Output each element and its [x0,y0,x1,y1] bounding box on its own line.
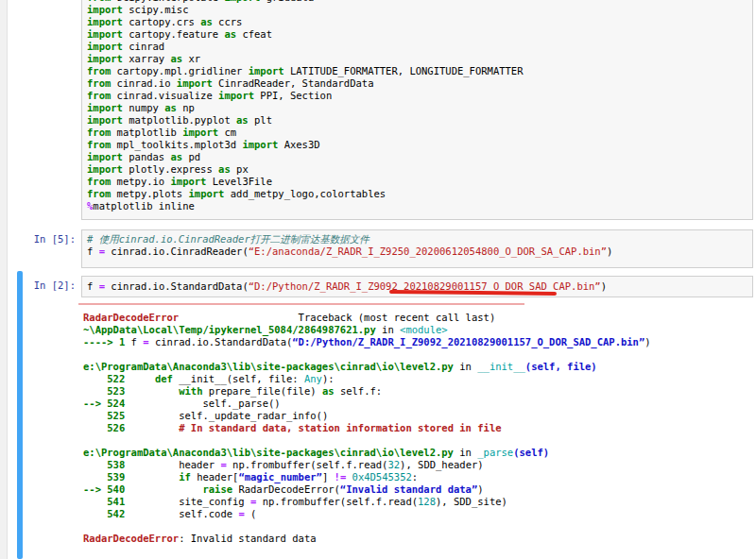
pink-line-annotation [78,303,524,305]
input-prompt-2: In [2]: [0,280,76,291]
code-lines-in5: # 使用cinrad.io.CinradReader打开二进制雷达基数据文件f … [87,233,747,258]
code-cell-imports[interactable]: from scipy.interpolate import griddataim… [81,0,753,220]
code-lines-imports: from scipy.interpolate import griddataim… [87,0,747,212]
selected-cell-indicator [17,271,23,559]
code-cell-in5[interactable]: # 使用cinrad.io.CinradReader打开二进制雷达基数据文件f … [81,229,753,268]
error-traceback-output: RadarDecodeError Traceback (most recent … [83,312,756,545]
input-prompt-5: In [5]: [0,233,76,245]
code-cell-in2[interactable]: f = cinrad.io.StandardData(“D:/Python/Z_… [81,276,753,297]
